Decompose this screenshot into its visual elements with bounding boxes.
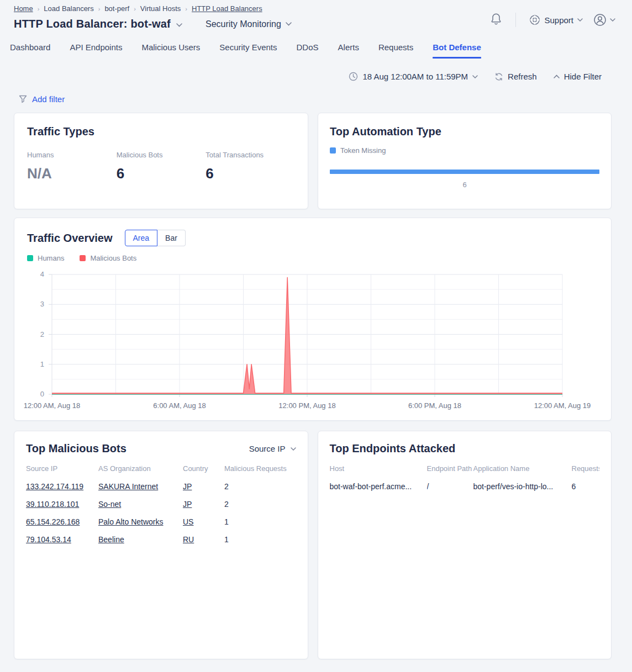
bar-toggle-button[interactable]: Bar [157, 230, 186, 246]
tables-row: Top Malicious Bots Source IP Source IP A… [0, 431, 632, 659]
table-row: 1 [224, 531, 296, 548]
svg-text:12:00 AM, Aug 19: 12:00 AM, Aug 19 [534, 401, 591, 410]
breadcrumb-load-balancers[interactable]: Load Balancers [44, 4, 93, 13]
top-malicious-bots-title: Top Malicious Bots [26, 442, 127, 455]
humans-legend-swatch [27, 255, 33, 261]
as-org-link[interactable]: Beeline [98, 535, 124, 544]
date-range-picker[interactable]: 18 Aug 12:00AM to 11:59PM [349, 72, 478, 81]
table-row: 39.110.218.101 [26, 495, 98, 513]
account-menu[interactable] [593, 13, 615, 27]
traffic-overview-card: Traffic Overview Area Bar Humans Malicio… [14, 218, 612, 421]
automation-bar[interactable] [330, 170, 599, 174]
breadcrumb-separator: › [185, 6, 187, 12]
svg-text:4: 4 [40, 270, 44, 278]
chevron-down-icon [610, 18, 615, 22]
source-ip-link[interactable]: 79.104.53.14 [26, 535, 71, 544]
svg-text:0: 0 [40, 390, 44, 398]
stat-humans: Humans N/A [27, 151, 117, 182]
as-org-link[interactable]: Palo Alto Networks [98, 517, 164, 526]
traffic-overview-legend: Humans Malicious Bots [27, 254, 598, 262]
breadcrumb-separator: › [38, 6, 40, 12]
automation-bar-value: 6 [330, 181, 599, 189]
svg-text:12:00 AM, Aug 18: 12:00 AM, Aug 18 [24, 401, 81, 410]
breadcrumb-home[interactable]: Home [14, 4, 33, 13]
group-by-selector[interactable]: Source IP [249, 444, 296, 453]
hide-filter-label: Hide Filter [564, 72, 602, 81]
as-org-link[interactable]: SAKURA Internet [98, 482, 158, 491]
token-missing-legend-swatch [330, 147, 336, 154]
stat-value: 6 [206, 165, 295, 182]
tab-malicious-users[interactable]: Malicious Users [141, 43, 200, 59]
filter-bar: 18 Aug 12:00AM to 11:59PM Refresh Hide F… [0, 72, 632, 81]
context-selector[interactable]: Security Monitoring [206, 19, 292, 29]
page-title: HTTP Load Balancer: bot-waf [14, 18, 171, 30]
table-row: SAKURA Internet [98, 478, 183, 495]
context-selector-label: Security Monitoring [206, 19, 281, 29]
breadcrumb: Home › Load Balancers › bot-perf › Virtu… [14, 4, 292, 13]
source-ip-link[interactable]: 39.110.218.101 [26, 500, 79, 509]
area-toggle-button[interactable]: Area [125, 230, 158, 246]
area-chart-svg: 0123412:00 AM, Aug 186:00 AM, Aug 1812:0… [27, 270, 599, 412]
refresh-button[interactable]: Refresh [494, 72, 537, 81]
chart-type-toggle: Area Bar [125, 230, 186, 246]
top-malicious-bots-header: Top Malicious Bots Source IP [26, 442, 296, 455]
support-menu[interactable]: Support [529, 14, 583, 25]
traffic-overview-title: Traffic Overview [27, 232, 113, 245]
title-chevron-down-icon[interactable] [176, 19, 182, 29]
column-header: Country [183, 464, 224, 478]
breadcrumb-virtual-hosts[interactable]: Virtual Hosts [140, 4, 181, 13]
tab-requests[interactable]: Requests [378, 43, 413, 59]
token-missing-legend-label: Token Missing [340, 146, 386, 155]
tab-bot-defense[interactable]: Bot Defense [433, 43, 481, 59]
country-link[interactable]: US [183, 517, 193, 526]
support-label: Support [544, 15, 573, 25]
traffic-overview-chart[interactable]: 0123412:00 AM, Aug 186:00 AM, Aug 1812:0… [27, 270, 598, 415]
refresh-icon [494, 72, 503, 81]
stat-value: N/A [27, 165, 117, 182]
column-header: Host [330, 464, 427, 478]
group-by-selected-value: Source IP [249, 444, 286, 453]
notifications-bell-icon[interactable] [490, 12, 502, 28]
application-name-cell: bot-perf/ves-io-http-lo... [473, 478, 572, 495]
requests-cell: 6 [572, 478, 600, 495]
tab-security-events[interactable]: Security Events [219, 43, 277, 59]
breadcrumb-namespace[interactable]: bot-perf [104, 4, 129, 13]
svg-text:2: 2 [40, 330, 44, 338]
traffic-types-card: Traffic Types Humans N/A Malicious Bots … [14, 113, 308, 209]
column-header: Application Name [473, 464, 572, 478]
hide-filter-button[interactable]: Hide Filter [554, 72, 602, 81]
top-bar: Home › Load Balancers › bot-perf › Virtu… [0, 0, 632, 30]
svg-text:12:00 PM, Aug 18: 12:00 PM, Aug 18 [278, 401, 335, 410]
top-endpoints-header: Top Endpoints Attacked [330, 442, 600, 455]
top-malicious-bots-card: Top Malicious Bots Source IP Source IP A… [14, 431, 308, 659]
stat-label: Malicious Bots [117, 151, 206, 159]
humans-legend-label: Humans [38, 254, 64, 262]
host-cell: bot-waf-bot-perf.acme... [330, 478, 427, 495]
as-org-link[interactable]: So-net [98, 500, 121, 509]
traffic-overview-header: Traffic Overview Area Bar [27, 230, 598, 246]
country-link[interactable]: JP [183, 500, 192, 509]
chevron-down-icon [577, 18, 583, 22]
country-link[interactable]: JP [183, 482, 192, 491]
country-link[interactable]: RU [183, 535, 194, 544]
table-row: 79.104.53.14 [26, 531, 98, 548]
breadcrumb-http-load-balancers[interactable]: HTTP Load Balancers [192, 4, 262, 13]
tab-ddos[interactable]: DDoS [297, 43, 319, 59]
tab-alerts[interactable]: Alerts [338, 43, 359, 59]
add-filter-row: Add filter [0, 94, 632, 104]
table-row: So-net [98, 495, 183, 513]
column-header: Endpoint Path [427, 464, 473, 478]
tab-dashboard[interactable]: Dashboard [10, 43, 50, 59]
top-automation-type-title: Top Automation Type [330, 125, 599, 138]
tab-api-endpoints[interactable]: API Endpoints [70, 43, 122, 59]
svg-text:6:00 AM, Aug 18: 6:00 AM, Aug 18 [153, 401, 206, 410]
column-header: AS Organization [98, 464, 183, 478]
source-ip-link[interactable]: 133.242.174.119 [26, 482, 83, 491]
table-row: 2 [224, 495, 296, 513]
source-ip-link[interactable]: 65.154.226.168 [26, 517, 80, 526]
malicious-bots-legend-swatch [80, 255, 86, 261]
add-filter-button[interactable]: Add filter [32, 94, 65, 104]
topbar-divider [515, 13, 516, 27]
title-row: HTTP Load Balancer: bot-waf Security Mon… [14, 18, 292, 30]
table-row: 2 [224, 478, 296, 495]
